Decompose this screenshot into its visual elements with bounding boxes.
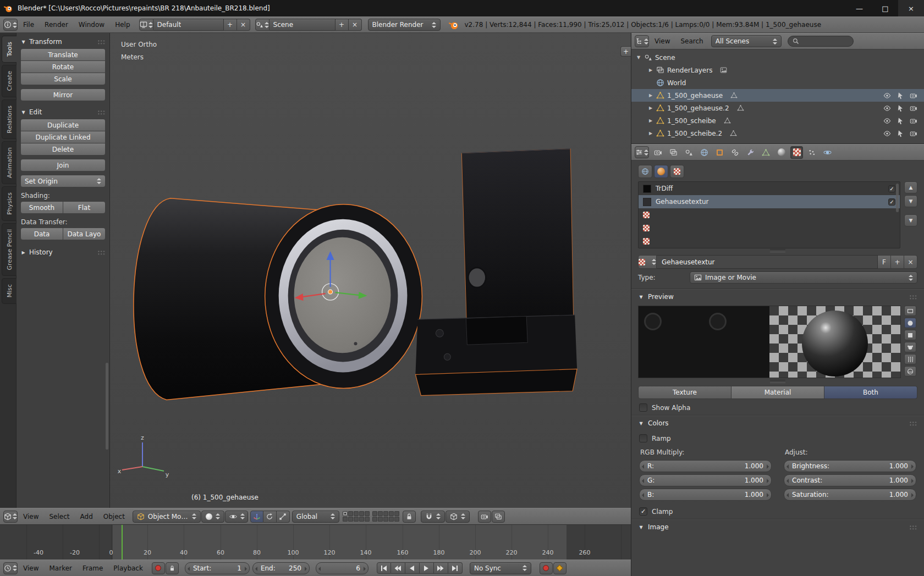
slot-move-up-button[interactable]: ▲ xyxy=(904,181,917,193)
outliner-search-input[interactable] xyxy=(788,36,854,47)
clamp-checkbox[interactable]: ✓ xyxy=(639,507,647,516)
cursor-select-icon[interactable] xyxy=(897,92,904,99)
3d-viewport[interactable]: Tools Create Relations Animation Physics… xyxy=(0,33,631,508)
window-menu[interactable]: Window xyxy=(74,20,109,30)
frame-menu[interactable]: Frame xyxy=(78,563,108,573)
outliner-row-object[interactable]: ▶ 1_500_gehaeuse xyxy=(631,89,924,102)
timeline-ruler[interactable]: -40 -20 0 20 40 60 80 100 120 140 160 18… xyxy=(0,524,631,560)
marker-menu[interactable]: Marker xyxy=(44,563,76,573)
scene-name[interactable]: Scene xyxy=(270,19,336,31)
properties-region-expand-button[interactable]: + xyxy=(620,46,631,57)
renderlayer-render-icon[interactable] xyxy=(720,67,727,74)
select-menu[interactable]: Select xyxy=(44,512,74,522)
texture-enable-checkbox[interactable]: ✓ xyxy=(888,198,895,206)
tab-relations[interactable]: Relations xyxy=(2,99,16,140)
r-multiply-field[interactable]: R:1.000 xyxy=(639,460,772,472)
tab-grease-pencil[interactable]: Grease Pencil xyxy=(2,223,16,276)
transform-orientation-selector[interactable]: Global xyxy=(292,511,339,523)
rotate-button[interactable]: Rotate xyxy=(20,60,106,73)
tab-object[interactable] xyxy=(713,146,726,159)
eye-icon[interactable] xyxy=(883,117,891,125)
texture-browse-button[interactable] xyxy=(638,255,657,269)
tab-material[interactable] xyxy=(775,146,788,159)
current-frame-line[interactable] xyxy=(122,525,123,560)
texture-slot-row-empty[interactable] xyxy=(639,221,900,235)
viewport-shading-selector[interactable] xyxy=(201,511,224,523)
tab-modifiers[interactable] xyxy=(744,146,757,159)
layer-toggle[interactable] xyxy=(389,517,394,522)
tab-world[interactable] xyxy=(698,146,711,159)
outliner-view-menu[interactable]: View xyxy=(650,36,675,46)
outliner-row-object[interactable]: ▶ 1_500_scheibe xyxy=(631,114,924,127)
screen-layout-name[interactable]: Default xyxy=(153,19,224,31)
pivot-point-selector[interactable] xyxy=(225,511,248,523)
data-transfer-layout-button[interactable]: Data Layo xyxy=(63,228,106,240)
preview-hair-button[interactable] xyxy=(904,354,916,364)
play-button[interactable] xyxy=(420,562,434,574)
resize-grip[interactable] xyxy=(631,248,924,253)
new-texture-button[interactable]: + xyxy=(891,255,904,269)
previous-keyframe-button[interactable] xyxy=(391,562,405,574)
delete-scene-button[interactable]: × xyxy=(349,19,362,31)
texture-type-selector[interactable]: Image or Movie xyxy=(690,272,917,284)
editor-type-properties-button[interactable] xyxy=(635,146,649,158)
manipulator-translate-button[interactable] xyxy=(250,511,263,523)
slot-move-down-button[interactable]: ▼ xyxy=(904,195,917,207)
end-frame-field[interactable]: End:250 xyxy=(252,562,310,574)
image-panel-header[interactable]: ▼Image xyxy=(631,519,924,535)
eye-icon[interactable] xyxy=(883,130,891,137)
add-screen-layout-button[interactable]: + xyxy=(224,19,237,31)
texture-context-material-button[interactable] xyxy=(654,165,668,178)
scene-lock-button[interactable] xyxy=(403,511,416,523)
saturation-field[interactable]: Saturation:1.000 xyxy=(784,489,916,501)
editor-type-outliner-button[interactable] xyxy=(635,35,649,47)
layer-toggle[interactable] xyxy=(365,517,370,522)
layer-toggle[interactable] xyxy=(394,511,399,516)
unlink-texture-button[interactable]: × xyxy=(904,255,917,269)
camera-render-icon[interactable] xyxy=(910,130,917,137)
texture-slot-row-empty[interactable] xyxy=(639,235,900,248)
record-button[interactable] xyxy=(540,562,553,574)
add-scene-button[interactable]: + xyxy=(336,19,349,31)
brightness-field[interactable]: Brightness:1.000 xyxy=(784,460,916,472)
outliner-row-object[interactable]: ▶ 1_500_scheibe.2 xyxy=(631,127,924,140)
tab-render-layers[interactable] xyxy=(667,146,680,159)
view-menu[interactable]: View xyxy=(18,512,43,522)
current-frame-field[interactable]: 6 xyxy=(316,562,369,574)
tab-animation[interactable]: Animation xyxy=(2,141,16,184)
expand-icon[interactable]: ▶ xyxy=(648,68,653,73)
layer-toggle[interactable] xyxy=(378,511,383,516)
layer-toggle[interactable] xyxy=(394,517,399,522)
delete-screen-layout-button[interactable]: × xyxy=(237,19,250,31)
preview-sky-button[interactable] xyxy=(904,366,916,376)
mode-selector[interactable]: Object Mode xyxy=(133,511,201,523)
tab-create[interactable]: Create xyxy=(2,65,16,97)
transform-panel-header[interactable]: ▼Transform xyxy=(20,35,106,48)
tab-object-data[interactable] xyxy=(760,146,772,159)
maximize-button[interactable]: □ xyxy=(872,0,898,16)
tab-render[interactable] xyxy=(652,146,664,159)
toolshelf-scrollbar[interactable] xyxy=(106,363,108,450)
data-transfer-data-button[interactable]: Data xyxy=(20,228,63,240)
opengl-render-button[interactable] xyxy=(478,511,491,523)
outliner-row-renderlayers[interactable]: ▶ RenderLayers xyxy=(631,64,924,76)
shade-flat-button[interactable]: Flat xyxy=(63,201,106,214)
layer-toggle[interactable] xyxy=(343,511,348,516)
colors-panel-header[interactable]: ▼Colors xyxy=(631,416,924,431)
scale-button[interactable]: Scale xyxy=(20,73,106,85)
editor-type-timeline-button[interactable] xyxy=(3,562,18,574)
outliner-row-world[interactable]: World xyxy=(631,76,924,89)
layer-toggle[interactable] xyxy=(372,511,377,516)
set-origin-button[interactable]: Set Origin xyxy=(20,175,106,187)
outliner-search-menu[interactable]: Search xyxy=(675,36,708,46)
tab-tools[interactable]: Tools xyxy=(2,36,16,63)
preview-texture-button[interactable]: Texture xyxy=(638,386,732,399)
tab-particles[interactable] xyxy=(806,146,818,159)
auto-keyframe-button[interactable] xyxy=(152,562,165,574)
texture-slot-row[interactable]: TrDiff ✓ xyxy=(639,182,900,195)
next-keyframe-button[interactable] xyxy=(434,562,448,574)
duplicate-linked-button[interactable]: Duplicate Linked xyxy=(20,131,106,143)
join-button[interactable]: Join xyxy=(20,159,106,171)
render-engine-selector[interactable]: Blender Render xyxy=(368,19,441,31)
cylinder-object[interactable] xyxy=(134,198,422,400)
